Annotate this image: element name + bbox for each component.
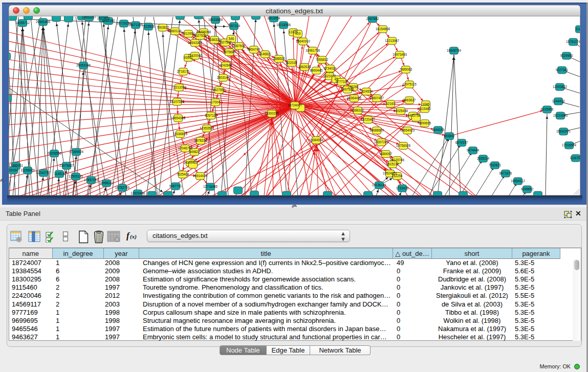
- svg-text:9242848: 9242848: [220, 63, 232, 67]
- svg-text:12342757: 12342757: [36, 171, 51, 174]
- svg-text:12213399: 12213399: [172, 85, 187, 89]
- svg-text:1244413: 1244413: [552, 99, 565, 103]
- svg-text:6466160: 6466160: [102, 19, 115, 23]
- svg-text:10654112: 10654112: [511, 179, 525, 183]
- svg-text:2087682: 2087682: [366, 17, 379, 20]
- svg-text:7515526: 7515526: [142, 25, 155, 28]
- svg-text:9463627: 9463627: [403, 98, 416, 102]
- svg-text:14099483: 14099483: [183, 161, 198, 164]
- svg-text:19218506: 19218506: [276, 23, 291, 27]
- svg-text:1615132: 1615132: [386, 162, 399, 166]
- svg-text:9245652: 9245652: [521, 187, 534, 191]
- svg-text:62160: 62160: [386, 102, 395, 105]
- svg-text:6497568: 6497568: [341, 87, 354, 91]
- svg-text:19384554: 19384554: [309, 138, 324, 142]
- svg-text:9474444: 9474444: [467, 148, 480, 152]
- svg-text:9457791: 9457791: [169, 184, 182, 188]
- svg-text:7386322: 7386322: [352, 108, 364, 112]
- svg-text:16640910: 16640910: [296, 39, 311, 43]
- svg-text:14055712: 14055712: [15, 21, 30, 25]
- svg-text:5878334: 5878334: [194, 139, 207, 142]
- svg-text:15751074: 15751074: [566, 40, 581, 43]
- svg-text:17359924: 17359924: [69, 150, 84, 154]
- svg-text:7632621: 7632621: [489, 163, 502, 167]
- svg-text:12923448: 12923448: [130, 191, 145, 195]
- svg-text:9777109: 9777109: [336, 80, 349, 83]
- svg-text:16782759: 16782759: [115, 186, 130, 189]
- svg-text:1588520: 1588520: [273, 57, 286, 60]
- svg-text:7955812: 7955812: [316, 58, 329, 61]
- svg-text:7625402: 7625402: [177, 172, 189, 176]
- svg-text:9327503: 9327503: [194, 34, 207, 37]
- svg-text:8990445: 8990445: [310, 69, 323, 72]
- svg-text:9384067: 9384067: [380, 152, 393, 156]
- svg-text:2803144: 2803144: [217, 76, 230, 79]
- svg-text:22420046: 22420046: [188, 54, 203, 57]
- svg-text:2718176: 2718176: [177, 70, 190, 73]
- svg-text:9329966: 9329966: [560, 54, 573, 57]
- svg-text:9327508: 9327508: [219, 40, 232, 44]
- svg-text:1733426: 1733426: [396, 186, 409, 190]
- svg-text:17016504: 17016504: [562, 143, 577, 147]
- svg-text:16671355: 16671355: [128, 23, 143, 27]
- svg-text:14495758: 14495758: [406, 114, 421, 117]
- svg-text:9660124: 9660124: [169, 29, 182, 33]
- svg-text:1046: 1046: [422, 102, 430, 106]
- svg-text:6899695: 6899695: [419, 121, 431, 125]
- svg-text:citations_edges.txt: citations_edges.txt: [266, 7, 323, 15]
- svg-text:19654985: 19654985: [171, 116, 186, 120]
- svg-text:12505135: 12505135: [69, 174, 83, 178]
- svg-text:7663822: 7663822: [157, 26, 169, 29]
- svg-text:2367608: 2367608: [233, 44, 246, 48]
- svg-text:10688609: 10688609: [369, 128, 384, 132]
- svg-text:39154: 39154: [9, 168, 18, 172]
- svg-text:546: 546: [229, 37, 234, 40]
- svg-text:8471676: 8471676: [499, 171, 512, 175]
- svg-text:15720407: 15720407: [361, 118, 376, 121]
- svg-text:20206556: 20206556: [47, 151, 62, 155]
- svg-text:2935114: 2935114: [477, 157, 490, 160]
- svg-text:8912954: 8912954: [182, 32, 195, 35]
- svg-text:14136141: 14136141: [372, 183, 387, 187]
- svg-text:53226058: 53226058: [197, 30, 211, 34]
- svg-text:7485063: 7485063: [400, 68, 412, 71]
- svg-text:16033809: 16033809: [208, 18, 223, 21]
- svg-text:10543362: 10543362: [188, 41, 203, 45]
- svg-text:12093822: 12093822: [553, 85, 568, 89]
- svg-text:7357224: 7357224: [228, 24, 241, 28]
- svg-text:17857253: 17857253: [84, 178, 99, 182]
- svg-text:12975115: 12975115: [402, 82, 417, 86]
- svg-text:114519: 114519: [54, 172, 65, 176]
- svg-text:16107553: 16107553: [170, 100, 185, 103]
- svg-text:13716485: 13716485: [203, 185, 218, 188]
- svg-text:15692971: 15692971: [556, 129, 571, 133]
- svg-text:12353594: 12353594: [200, 126, 214, 130]
- svg-text:8454749: 8454749: [248, 48, 260, 51]
- svg-text:17485001: 17485001: [9, 164, 24, 167]
- svg-text:10973493: 10973493: [393, 53, 407, 56]
- svg-text:1824554: 1824554: [360, 90, 373, 93]
- svg-text:252254: 252254: [391, 174, 403, 178]
- svg-text:822035: 822035: [286, 61, 297, 64]
- svg-text:(x): (x): [130, 233, 137, 240]
- svg-text:6734024: 6734024: [324, 67, 337, 70]
- svg-text:10958107: 10958107: [99, 181, 114, 185]
- svg-text:10961758: 10961758: [306, 49, 320, 52]
- svg-text:13654923: 13654923: [400, 128, 415, 132]
- svg-text:10807457: 10807457: [369, 96, 384, 100]
- svg-text:8215958: 8215958: [541, 107, 554, 111]
- svg-text:10756928: 10756928: [396, 144, 411, 147]
- svg-text:6679197: 6679197: [455, 141, 468, 144]
- svg-text:419: 419: [295, 32, 301, 35]
- svg-text:19166825: 19166825: [173, 132, 188, 136]
- svg-text:16154808: 16154808: [376, 27, 390, 31]
- svg-text:11156829: 11156829: [20, 168, 35, 172]
- svg-text:9427552: 9427552: [213, 88, 226, 92]
- svg-text:23975857: 23975857: [59, 164, 74, 167]
- svg-text:20053346: 20053346: [76, 63, 91, 67]
- svg-text:20691406: 20691406: [36, 20, 51, 24]
- svg-text:16210643: 16210643: [553, 114, 568, 117]
- svg-text:16648784: 16648784: [447, 49, 462, 52]
- svg-text:893892: 893892: [444, 134, 455, 138]
- svg-text:9115460: 9115460: [419, 107, 431, 111]
